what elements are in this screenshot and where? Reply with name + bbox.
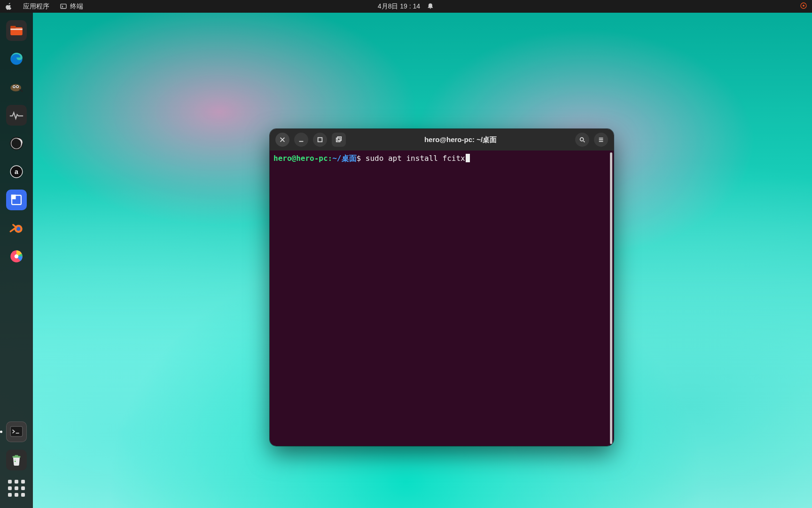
new-tab-button[interactable] xyxy=(332,133,346,147)
prompt-colon: : xyxy=(328,154,333,163)
prompt-user-host: hero@hero-pc xyxy=(273,154,328,163)
maximize-icon xyxy=(317,136,323,143)
terminal-window: hero@hero-pc: ~/桌面 hero@hero-pc:~/桌面$ su… xyxy=(270,129,614,446)
dock-item-files[interactable] xyxy=(6,20,27,41)
svg-rect-24 xyxy=(15,455,18,456)
window-minimize-button[interactable] xyxy=(294,133,308,147)
terminal-small-icon xyxy=(60,3,67,10)
active-app-indicator[interactable]: 终端 xyxy=(60,2,83,11)
svg-point-9 xyxy=(14,86,15,87)
notifications-icon[interactable] xyxy=(427,2,434,11)
edge-icon xyxy=(8,51,24,67)
svg-rect-4 xyxy=(10,26,16,29)
dock-item-terminal[interactable] xyxy=(6,421,27,442)
active-app-label: 终端 xyxy=(70,2,83,11)
svg-rect-26 xyxy=(318,138,322,142)
screenshot-icon xyxy=(8,192,24,208)
svg-point-2 xyxy=(803,5,804,7)
applications-menu[interactable]: 应用程序 xyxy=(23,2,49,11)
command-value: sudo apt install fcitx xyxy=(366,154,465,163)
svg-point-21 xyxy=(15,254,19,259)
terminal-cursor xyxy=(466,154,470,162)
terminal-body[interactable]: hero@hero-pc:~/桌面$ sudo apt install fcit… xyxy=(270,151,614,446)
terminal-icon xyxy=(8,424,24,440)
dock-item-blender[interactable] xyxy=(6,218,27,238)
heartbeat-icon xyxy=(8,107,24,123)
apple-icon xyxy=(5,2,13,10)
dock-item-app-a[interactable]: a xyxy=(6,161,27,182)
svg-rect-22 xyxy=(10,427,23,437)
disk-usage-icon xyxy=(8,248,24,264)
letter-a-icon: a xyxy=(8,164,24,180)
svg-rect-17 xyxy=(11,195,16,199)
dock-item-edge[interactable] xyxy=(6,48,27,69)
dock-item-disk-usage[interactable] xyxy=(6,246,27,267)
prompt-path: ~/桌面 xyxy=(332,154,356,163)
svg-point-11 xyxy=(17,86,18,87)
terminal-scrollbar[interactable] xyxy=(610,152,612,444)
show-applications-button[interactable] xyxy=(6,478,27,499)
top-panel: 应用程序 终端 4月8日 19 : 14 xyxy=(0,0,812,13)
svg-rect-0 xyxy=(61,4,66,8)
prompt-symbol: $ xyxy=(357,154,361,163)
obs-icon xyxy=(8,135,24,151)
svg-rect-27 xyxy=(336,138,340,142)
search-button[interactable] xyxy=(575,133,589,147)
files-icon xyxy=(8,23,24,39)
window-title: hero@hero-pc: ~/桌面 xyxy=(346,135,575,144)
gimp-icon xyxy=(8,79,24,95)
svg-rect-5 xyxy=(10,29,23,30)
dock-item-trash[interactable] xyxy=(6,450,27,470)
clock[interactable]: 4月8日 19 : 14 xyxy=(378,2,420,11)
blender-icon xyxy=(8,220,24,236)
system-menu[interactable] xyxy=(5,2,13,10)
svg-point-7 xyxy=(10,84,21,92)
close-icon xyxy=(279,136,286,143)
dock-item-system-monitor[interactable] xyxy=(6,105,27,126)
svg-point-25 xyxy=(15,460,16,462)
minimize-icon xyxy=(298,136,304,143)
dock-item-gimp[interactable] xyxy=(6,77,27,97)
hamburger-icon xyxy=(598,136,604,143)
dock-item-screenshot[interactable] xyxy=(6,190,27,210)
window-close-button[interactable] xyxy=(275,133,289,147)
window-maximize-button[interactable] xyxy=(313,133,327,147)
dock-item-obs[interactable] xyxy=(6,133,27,154)
search-icon xyxy=(579,136,586,143)
terminal-titlebar[interactable]: hero@hero-pc: ~/桌面 xyxy=(270,129,614,151)
new-tab-icon xyxy=(336,136,342,143)
dock: a xyxy=(0,13,33,508)
svg-rect-28 xyxy=(337,137,341,141)
status-menu-icon[interactable] xyxy=(800,2,807,11)
svg-point-29 xyxy=(580,138,584,141)
trash-icon xyxy=(8,452,24,468)
hamburger-menu-button[interactable] xyxy=(594,133,608,147)
svg-text:a: a xyxy=(15,168,18,175)
